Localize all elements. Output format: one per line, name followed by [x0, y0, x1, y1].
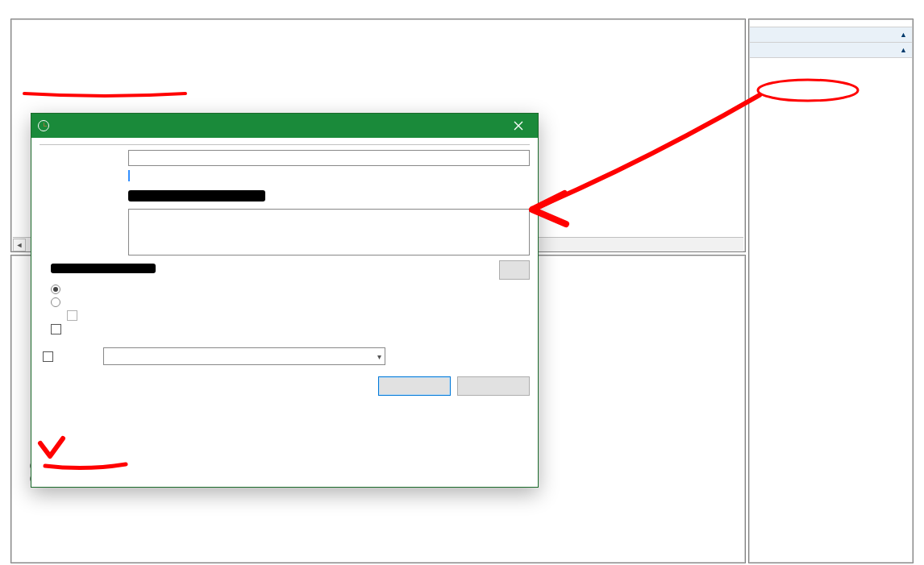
change-user-button[interactable] — [499, 260, 530, 280]
dialog-tabs — [40, 144, 530, 145]
scroll-left-button[interactable]: ◄ — [13, 239, 26, 251]
actions-title — [750, 20, 912, 27]
chevron-down-icon: ▾ — [377, 352, 381, 361]
chevron-up-icon: ▲ — [900, 31, 907, 39]
configure-for-combo[interactable]: ▾ — [103, 347, 385, 365]
radio-icon — [51, 285, 60, 294]
close-button[interactable] — [502, 117, 535, 135]
close-icon — [512, 119, 525, 132]
location-readonly — [128, 170, 530, 186]
radio-run-allusers[interactable] — [51, 296, 530, 309]
cancel-button[interactable] — [457, 376, 530, 396]
checkbox-icon — [43, 351, 53, 362]
description-field[interactable] — [128, 209, 530, 255]
clock-icon — [38, 120, 49, 131]
actions-pane: ▲ ▲ — [748, 19, 914, 563]
dialog-titlebar[interactable] — [31, 114, 538, 138]
checkbox-icon — [51, 324, 61, 334]
ok-button[interactable] — [378, 376, 451, 396]
check-hidden-task[interactable] — [43, 351, 58, 362]
check-no-store-password — [51, 309, 530, 322]
radio-run-loggedon[interactable] — [51, 283, 530, 296]
name-field[interactable] — [128, 150, 530, 166]
security-account-readonly — [51, 262, 493, 278]
actions-group-selected-header[interactable]: ▲ — [750, 43, 912, 58]
author-readonly — [128, 190, 530, 205]
check-highest-privileges[interactable] — [51, 322, 530, 336]
chevron-up-icon: ▲ — [900, 46, 907, 54]
radio-icon — [51, 297, 60, 307]
create-task-dialog: ▾ — [31, 113, 539, 488]
checkbox-icon — [67, 310, 77, 321]
actions-group-defender-header[interactable]: ▲ — [750, 27, 912, 43]
